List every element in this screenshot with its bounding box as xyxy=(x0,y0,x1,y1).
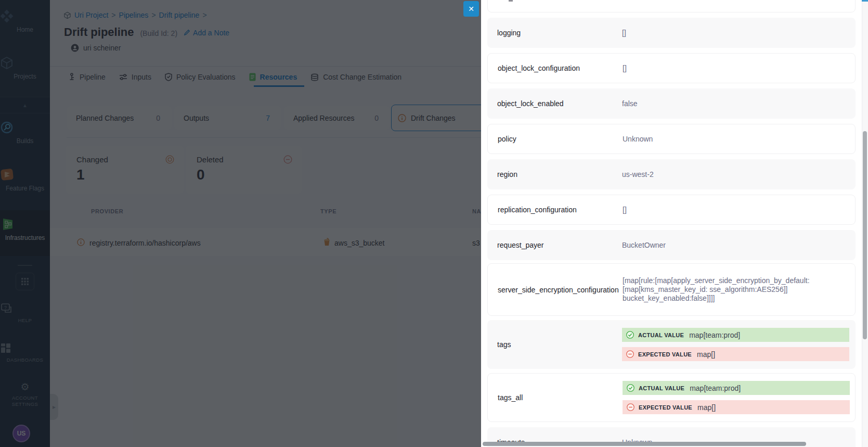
minus-circle-icon xyxy=(626,350,634,358)
horizontal-scrollbar-thumb[interactable] xyxy=(483,442,806,446)
close-icon: ✕ xyxy=(468,5,474,13)
expected-value-banner: EXPECTED VALUE map[] xyxy=(623,400,850,414)
app-window: Home Projects ▲ Builds xyxy=(0,0,868,447)
attribute-row-request-payer: request_payer BucketOwner xyxy=(487,230,856,260)
attribute-row-logging: logging [] xyxy=(487,18,856,48)
partial-top-row xyxy=(487,0,856,12)
drift-details-drawer: logging [] object_lock_configuration [] … xyxy=(481,0,868,447)
clipped-text-sliver xyxy=(509,0,513,2)
check-circle-icon xyxy=(626,331,634,339)
attribute-row-server-side-encryption: server_side_encryption_configuration [ma… xyxy=(487,263,856,316)
actual-value-banner: ACTUAL VALUE map[team:prod] xyxy=(623,381,850,395)
attribute-row-tags: tags ACTUAL VALUE map[team:prod] EXPECTE xyxy=(487,320,856,369)
drawer-close-button[interactable]: ✕ xyxy=(463,1,479,17)
attribute-row-object-lock-configuration: object_lock_configuration [] xyxy=(487,53,856,83)
vertical-scrollbar-thumb[interactable] xyxy=(863,131,867,339)
scrollbar-top-accent xyxy=(862,0,868,2)
actual-value-banner: ACTUAL VALUE map[team:prod] xyxy=(622,328,849,342)
minus-circle-icon xyxy=(627,403,634,411)
attribute-row-region: region us-west-2 xyxy=(487,159,856,189)
attribute-row-policy: policy Unknown xyxy=(487,124,856,154)
expected-value-banner: EXPECTED VALUE map[] xyxy=(622,347,849,361)
modal-overlay[interactable] xyxy=(0,0,481,447)
attribute-row-object-lock-enabled: object_lock_enabled false xyxy=(487,88,856,119)
check-circle-icon xyxy=(627,384,634,392)
attribute-row-tags-all: tags_all ACTUAL VALUE map[team:prod] EXP xyxy=(487,373,856,422)
attribute-row-replication-configuration: replication_configuration [] xyxy=(487,195,856,225)
